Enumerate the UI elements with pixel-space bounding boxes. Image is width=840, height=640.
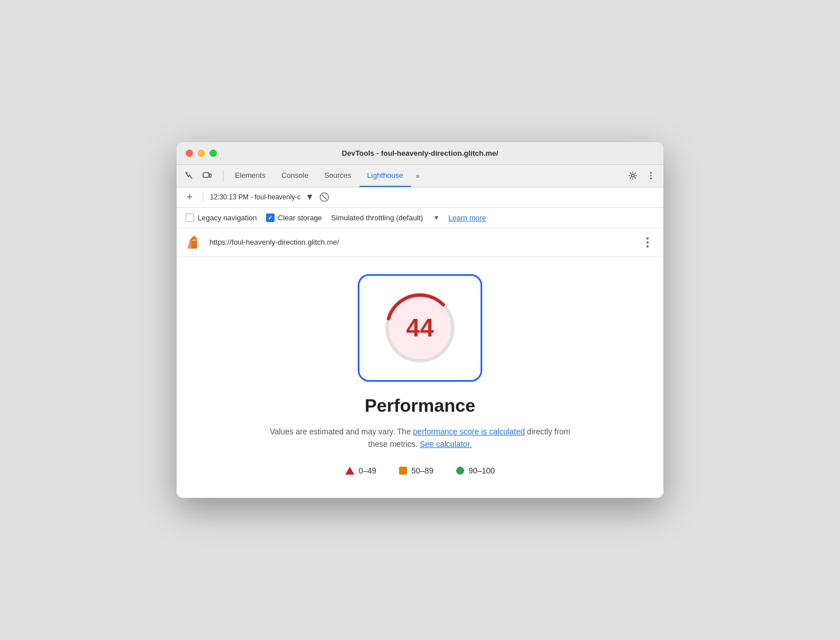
category-title: Performance — [365, 395, 475, 416]
close-button[interactable] — [186, 150, 193, 157]
devtools-tab-bar: Elements Console Sources Lighthouse » — [177, 165, 663, 187]
svg-marker-11 — [187, 238, 191, 249]
tab-divider — [223, 170, 224, 181]
legend-item-pass: 90–100 — [456, 466, 495, 475]
svg-point-4 — [650, 175, 652, 177]
tab-list: Elements Console Sources Lighthouse » — [227, 165, 424, 187]
add-button[interactable]: + — [183, 191, 196, 203]
score-description: Values are estimated and may vary. The p… — [267, 425, 573, 451]
kebab-menu-icon[interactable] — [643, 168, 659, 184]
svg-point-3 — [650, 172, 652, 174]
clear-storage-option[interactable]: Clear storage — [266, 214, 322, 222]
average-icon — [399, 467, 407, 475]
right-icon-group — [625, 168, 659, 184]
clear-storage-checkbox[interactable] — [266, 214, 275, 222]
svg-rect-1 — [209, 174, 211, 177]
legacy-navigation-option[interactable]: Legacy navigation — [186, 214, 257, 222]
tab-lighthouse[interactable]: Lighthouse — [359, 165, 412, 187]
toolbar-divider — [203, 191, 203, 203]
pass-range-label: 90–100 — [469, 466, 495, 475]
devtools-icon-group — [181, 168, 215, 184]
score-card: 44 — [358, 274, 482, 382]
pass-icon — [456, 467, 464, 475]
fail-range-label: 0–49 — [359, 466, 376, 475]
svg-rect-0 — [203, 173, 209, 177]
average-range-label: 50–89 — [412, 466, 434, 475]
lighthouse-toolbar: + 12:30:13 PM - foul-heavenly-c ▼ — [177, 187, 663, 208]
devtools-window: DevTools - foul-heavenly-direction.glitc… — [177, 142, 663, 498]
dot3 — [646, 245, 649, 248]
legend-item-fail: 0–49 — [345, 466, 376, 475]
device-toggle-icon[interactable] — [199, 168, 215, 184]
calculator-link[interactable]: See calculator. — [420, 440, 472, 449]
dot2 — [646, 241, 649, 244]
performance-score-link[interactable]: performance score is calculated — [413, 427, 525, 436]
svg-rect-10 — [192, 240, 196, 241]
svg-line-7 — [322, 195, 327, 199]
settings-icon[interactable] — [625, 168, 641, 184]
tab-elements[interactable]: Elements — [227, 165, 273, 187]
legacy-navigation-label: Legacy navigation — [198, 214, 257, 222]
legacy-navigation-checkbox[interactable] — [186, 214, 194, 222]
learn-more-link[interactable]: Learn more — [448, 214, 486, 222]
lighthouse-logo-icon — [186, 234, 203, 251]
timestamp-dropdown-icon[interactable]: ▼ — [305, 193, 314, 202]
score-legend: 0–49 50–89 90–100 — [345, 466, 495, 475]
dot1 — [646, 237, 649, 240]
tab-console[interactable]: Console — [273, 165, 316, 187]
maximize-button[interactable] — [209, 150, 217, 157]
url-more-icon[interactable] — [641, 236, 654, 249]
tab-more[interactable]: » — [411, 165, 424, 187]
inspect-icon[interactable] — [181, 168, 197, 184]
throttling-dropdown-icon[interactable]: ▼ — [433, 214, 439, 221]
minimize-button[interactable] — [198, 150, 205, 157]
traffic-lights — [186, 150, 217, 157]
block-icon[interactable] — [319, 191, 330, 203]
timestamp-label: 12:30:13 PM - foul-heavenly-c — [210, 193, 301, 201]
throttling-label: Simulated throttling (default) — [331, 214, 423, 222]
url-text: https://foul-heavenly-direction.glitch.m… — [209, 238, 634, 246]
clear-storage-label: Clear storage — [278, 214, 322, 222]
tab-sources[interactable]: Sources — [316, 165, 359, 187]
score-number: 44 — [406, 314, 434, 342]
main-content: 44 Performance Values are estimated and … — [177, 257, 663, 498]
title-bar: DevTools - foul-heavenly-direction.glitc… — [177, 142, 663, 165]
score-circle: 44 — [380, 288, 460, 368]
description-text-start: Values are estimated and may vary. The — [270, 427, 413, 436]
fail-icon — [345, 467, 354, 475]
window-title: DevTools - foul-heavenly-direction.glitc… — [342, 149, 498, 157]
url-bar: https://foul-heavenly-direction.glitch.m… — [177, 228, 663, 257]
svg-point-2 — [632, 174, 635, 177]
legend-item-average: 50–89 — [399, 466, 434, 475]
svg-point-5 — [650, 178, 652, 180]
svg-marker-8 — [191, 235, 197, 249]
options-bar: Legacy navigation Clear storage Simulate… — [177, 208, 663, 228]
